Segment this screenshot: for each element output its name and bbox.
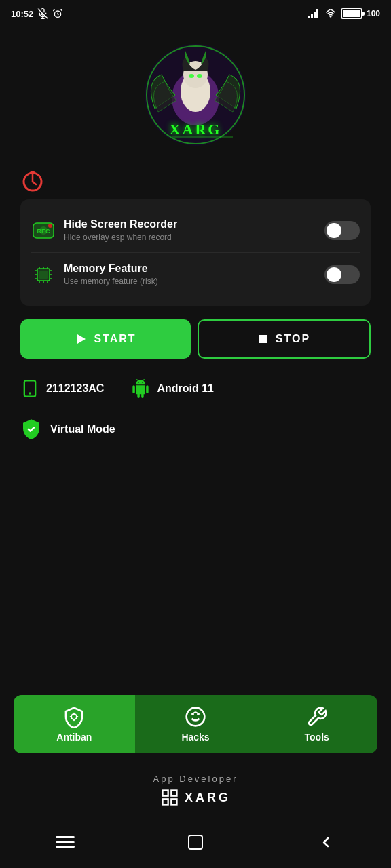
svg-rect-23 bbox=[30, 171, 35, 174]
nav-label-tools: Tools bbox=[305, 732, 329, 743]
status-bar: 10:52 100 bbox=[0, 0, 391, 27]
nav-home-button[interactable] bbox=[183, 830, 208, 854]
hide-screen-recorder-row: REC Hide Screen Recorder Hide overlay es… bbox=[31, 209, 360, 253]
svg-point-17 bbox=[197, 74, 202, 78]
svg-rect-56 bbox=[56, 846, 75, 848]
start-label: START bbox=[94, 333, 136, 345]
tools-icon bbox=[306, 706, 328, 728]
start-button[interactable]: START bbox=[20, 319, 191, 359]
feature-text-rec: Hide Screen Recorder Hide overlay esp wh… bbox=[64, 218, 177, 242]
svg-point-47 bbox=[187, 708, 205, 726]
svg-rect-29 bbox=[39, 271, 48, 279]
nav-item-tools[interactable]: Tools bbox=[256, 695, 377, 753]
features-card: REC Hide Screen Recorder Hide overlay es… bbox=[20, 199, 371, 306]
timer-section bbox=[20, 156, 371, 199]
xarg-logo: XARG bbox=[141, 41, 250, 149]
stop-icon bbox=[258, 334, 269, 344]
svg-point-27 bbox=[48, 224, 52, 228]
battery-icon bbox=[341, 8, 362, 19]
logo-area: XARG bbox=[0, 27, 391, 156]
svg-rect-6 bbox=[308, 16, 310, 18]
feature-text-mem: Memory Feature Use memory feature (risk) bbox=[64, 262, 158, 286]
svg-text:XARG: XARG bbox=[170, 121, 222, 138]
svg-point-16 bbox=[189, 74, 194, 78]
svg-point-46 bbox=[71, 714, 77, 719]
logo-container: XARG bbox=[141, 41, 250, 149]
status-right: 100 bbox=[308, 8, 380, 19]
hamburger-icon bbox=[56, 836, 75, 848]
nav-label-hacks: Hacks bbox=[181, 732, 209, 743]
virtual-mode-label: Virtual Mode bbox=[50, 423, 115, 435]
nav-menu-button[interactable] bbox=[53, 830, 77, 854]
nav-label-antiban: Antiban bbox=[56, 732, 92, 743]
nav-back-button[interactable] bbox=[314, 830, 338, 854]
device-info-row: 2112123AC Android 11 bbox=[20, 372, 371, 405]
bottom-nav: Antiban Hacks Tools bbox=[14, 695, 377, 753]
stop-button[interactable]: STOP bbox=[198, 319, 371, 359]
memory-feature-toggle[interactable] bbox=[324, 265, 360, 284]
time-display: 10:52 bbox=[11, 9, 33, 19]
svg-line-5 bbox=[58, 14, 58, 15]
alarm-icon bbox=[52, 8, 63, 19]
svg-rect-52 bbox=[162, 799, 168, 804]
developer-label: App Developer bbox=[153, 774, 238, 784]
grid-icon bbox=[160, 788, 179, 807]
nav-item-antiban[interactable]: Antiban bbox=[14, 695, 135, 753]
svg-text:REC: REC bbox=[37, 228, 50, 235]
back-icon bbox=[318, 834, 334, 850]
cpu-icon bbox=[31, 262, 56, 287]
memory-feature-subtitle: Use memory feature (risk) bbox=[64, 277, 158, 286]
signal-icon bbox=[308, 9, 320, 18]
hide-screen-recorder-toggle[interactable] bbox=[324, 221, 360, 240]
svg-rect-50 bbox=[162, 791, 168, 796]
svg-point-10 bbox=[330, 16, 331, 17]
svg-rect-43 bbox=[259, 335, 267, 343]
android-icon bbox=[131, 379, 150, 398]
nav-item-hacks[interactable]: Hacks bbox=[135, 695, 257, 753]
android-version-item: Android 11 bbox=[131, 379, 214, 398]
svg-rect-53 bbox=[171, 799, 176, 804]
developer-brand: XARG bbox=[160, 788, 231, 807]
svg-rect-57 bbox=[189, 835, 202, 849]
battery-percent: 100 bbox=[367, 9, 380, 18]
svg-rect-51 bbox=[171, 791, 176, 796]
device-id-item: 2112123AC bbox=[20, 379, 104, 398]
action-buttons-row: START STOP bbox=[20, 319, 371, 359]
stop-label: STOP bbox=[276, 333, 310, 345]
system-nav-bar bbox=[0, 821, 391, 868]
svg-rect-55 bbox=[56, 841, 75, 843]
battery-fill bbox=[343, 10, 360, 17]
antiban-icon bbox=[63, 706, 85, 728]
main-content: REC Hide Screen Recorder Hide overlay es… bbox=[0, 156, 391, 568]
square-icon bbox=[187, 834, 204, 850]
phone-icon bbox=[20, 379, 39, 398]
rec-icon: REC bbox=[31, 218, 56, 243]
hacks-icon bbox=[185, 706, 206, 728]
play-icon bbox=[75, 333, 87, 345]
feature-left-mem: Memory Feature Use memory feature (risk) bbox=[31, 262, 324, 287]
virtual-mode-row: Virtual Mode bbox=[20, 412, 371, 447]
android-version-value: Android 11 bbox=[157, 382, 214, 395]
svg-marker-42 bbox=[77, 334, 86, 344]
svg-line-22 bbox=[33, 182, 36, 184]
brand-name: XARG bbox=[185, 791, 231, 805]
hide-screen-recorder-subtitle: Hide overlay esp when record bbox=[64, 233, 177, 242]
shield-check-icon bbox=[20, 418, 42, 440]
developer-section: App Developer XARG bbox=[0, 767, 391, 821]
status-left: 10:52 bbox=[11, 8, 63, 19]
feature-left-rec: REC Hide Screen Recorder Hide overlay es… bbox=[31, 218, 324, 243]
wifi-icon bbox=[324, 9, 337, 18]
memory-feature-row: Memory Feature Use memory feature (risk) bbox=[31, 253, 360, 296]
timer-icon bbox=[20, 168, 45, 193]
svg-rect-9 bbox=[316, 9, 318, 18]
device-id-value: 2112123AC bbox=[46, 382, 104, 395]
hide-screen-recorder-title: Hide Screen Recorder bbox=[64, 218, 177, 231]
svg-rect-8 bbox=[314, 12, 316, 18]
svg-rect-7 bbox=[311, 14, 313, 18]
mute-icon bbox=[37, 8, 48, 19]
svg-rect-54 bbox=[56, 836, 75, 838]
memory-feature-title: Memory Feature bbox=[64, 262, 158, 275]
